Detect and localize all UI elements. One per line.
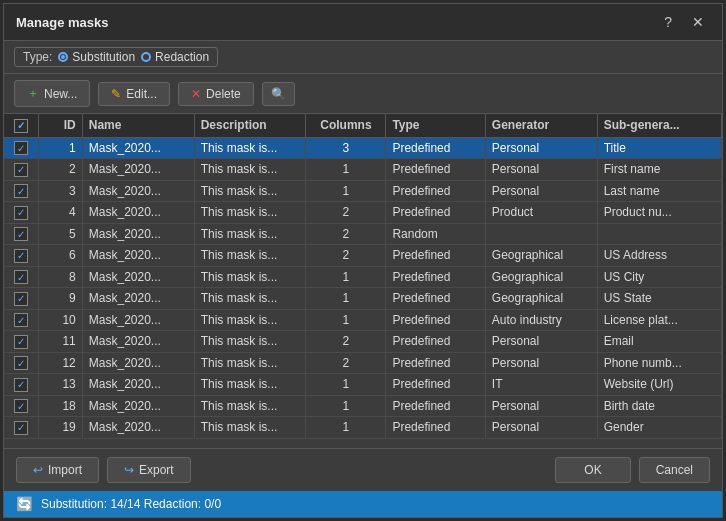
select-all-checkbox[interactable] — [14, 119, 28, 133]
export-button[interactable]: ↪ Export — [107, 457, 191, 483]
search-button[interactable]: 🔍 — [262, 82, 295, 106]
row-check[interactable] — [4, 223, 39, 245]
table-row[interactable]: 4 Mask_2020... This mask is... 2 Predefi… — [4, 202, 722, 224]
row-desc: This mask is... — [194, 417, 306, 439]
table-row[interactable]: 5 Mask_2020... This mask is... 2 Random — [4, 223, 722, 245]
table-row[interactable]: 9 Mask_2020... This mask is... 1 Predefi… — [4, 288, 722, 310]
table-row[interactable]: 12 Mask_2020... This mask is... 2 Predef… — [4, 352, 722, 374]
header-check[interactable] — [4, 114, 39, 137]
row-check[interactable] — [4, 202, 39, 224]
substitution-radio[interactable]: Substitution — [58, 50, 135, 64]
table-row[interactable]: 3 Mask_2020... This mask is... 1 Predefi… — [4, 180, 722, 202]
row-check[interactable] — [4, 331, 39, 353]
row-gen: Geographical — [485, 266, 597, 288]
row-subgen: Title — [597, 137, 721, 159]
row-cols: 2 — [306, 245, 386, 267]
row-checkbox[interactable] — [14, 141, 28, 155]
table-row[interactable]: 13 Mask_2020... This mask is... 1 Predef… — [4, 374, 722, 396]
row-subgen: First name — [597, 159, 721, 181]
table-row[interactable]: 18 Mask_2020... This mask is... 1 Predef… — [4, 395, 722, 417]
row-type: Predefined — [386, 352, 485, 374]
row-gen: Auto industry — [485, 309, 597, 331]
row-checkbox[interactable] — [14, 313, 28, 327]
row-cols: 1 — [306, 417, 386, 439]
row-gen: Geographical — [485, 288, 597, 310]
row-desc: This mask is... — [194, 202, 306, 224]
row-type: Predefined — [386, 202, 485, 224]
help-button[interactable]: ? — [658, 12, 678, 32]
masks-table: ID Name Description Columns Type Generat… — [4, 114, 722, 439]
row-checkbox[interactable] — [14, 163, 28, 177]
row-checkbox[interactable] — [14, 249, 28, 263]
row-checkbox[interactable] — [14, 399, 28, 413]
row-checkbox[interactable] — [14, 227, 28, 241]
row-cols: 1 — [306, 395, 386, 417]
delete-button[interactable]: ✕ Delete — [178, 82, 254, 106]
row-check[interactable] — [4, 180, 39, 202]
table-row[interactable]: 11 Mask_2020... This mask is... 2 Predef… — [4, 331, 722, 353]
redaction-radio-dot — [141, 52, 151, 62]
row-type: Predefined — [386, 288, 485, 310]
row-subgen: License plat... — [597, 309, 721, 331]
row-id: 12 — [39, 352, 82, 374]
row-type: Predefined — [386, 137, 485, 159]
row-name: Mask_2020... — [82, 137, 194, 159]
row-cols: 1 — [306, 159, 386, 181]
ok-button[interactable]: OK — [555, 457, 630, 483]
header-type: Type — [386, 114, 485, 137]
row-checkbox[interactable] — [14, 292, 28, 306]
row-name: Mask_2020... — [82, 331, 194, 353]
row-name: Mask_2020... — [82, 309, 194, 331]
row-name: Mask_2020... — [82, 266, 194, 288]
row-subgen: Birth date — [597, 395, 721, 417]
row-check[interactable] — [4, 245, 39, 267]
header-subgenerator: Sub-genera... — [597, 114, 721, 137]
new-button[interactable]: ＋ New... — [14, 80, 90, 107]
import-icon: ↩ — [33, 463, 43, 477]
header-id: ID — [39, 114, 82, 137]
header-name: Name — [82, 114, 194, 137]
table-row[interactable]: 8 Mask_2020... This mask is... 1 Predefi… — [4, 266, 722, 288]
table-row[interactable]: 19 Mask_2020... This mask is... 1 Predef… — [4, 417, 722, 439]
redaction-radio[interactable]: Redaction — [141, 50, 209, 64]
row-checkbox[interactable] — [14, 206, 28, 220]
row-check[interactable] — [4, 352, 39, 374]
row-name: Mask_2020... — [82, 159, 194, 181]
row-check[interactable] — [4, 417, 39, 439]
masks-table-container[interactable]: ID Name Description Columns Type Generat… — [4, 114, 722, 449]
row-checkbox[interactable] — [14, 356, 28, 370]
row-gen: Personal — [485, 417, 597, 439]
cancel-button[interactable]: Cancel — [639, 457, 710, 483]
row-type: Predefined — [386, 309, 485, 331]
table-row[interactable]: 2 Mask_2020... This mask is... 1 Predefi… — [4, 159, 722, 181]
row-desc: This mask is... — [194, 395, 306, 417]
row-check[interactable] — [4, 266, 39, 288]
table-row[interactable]: 6 Mask_2020... This mask is... 2 Predefi… — [4, 245, 722, 267]
row-check[interactable] — [4, 395, 39, 417]
row-type: Predefined — [386, 395, 485, 417]
close-button[interactable]: ✕ — [686, 12, 710, 32]
row-check[interactable] — [4, 137, 39, 159]
header-generator: Generator — [485, 114, 597, 137]
row-gen: Geographical — [485, 245, 597, 267]
row-checkbox[interactable] — [14, 335, 28, 349]
import-button[interactable]: ↩ Import — [16, 457, 99, 483]
row-check[interactable] — [4, 159, 39, 181]
edit-button[interactable]: ✎ Edit... — [98, 82, 170, 106]
row-checkbox[interactable] — [14, 421, 28, 435]
row-gen: Personal — [485, 331, 597, 353]
table-row[interactable]: 10 Mask_2020... This mask is... 1 Predef… — [4, 309, 722, 331]
row-check[interactable] — [4, 374, 39, 396]
row-check[interactable] — [4, 288, 39, 310]
row-type: Predefined — [386, 417, 485, 439]
row-desc: This mask is... — [194, 266, 306, 288]
row-checkbox[interactable] — [14, 378, 28, 392]
row-type: Predefined — [386, 180, 485, 202]
table-row[interactable]: 1 Mask_2020... This mask is... 3 Predefi… — [4, 137, 722, 159]
row-name: Mask_2020... — [82, 180, 194, 202]
row-checkbox[interactable] — [14, 184, 28, 198]
substitution-label: Substitution — [72, 50, 135, 64]
row-gen: Personal — [485, 137, 597, 159]
row-check[interactable] — [4, 309, 39, 331]
row-checkbox[interactable] — [14, 270, 28, 284]
